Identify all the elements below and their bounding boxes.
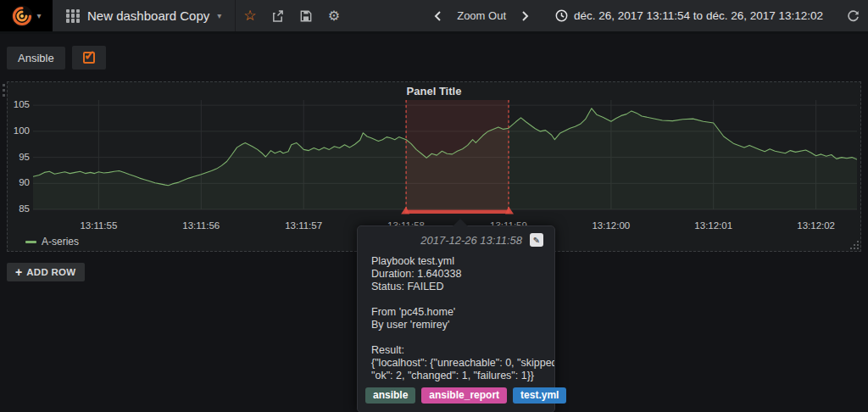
grafana-menu-button[interactable]: ▾ xyxy=(0,0,53,31)
panel-title[interactable]: Panel Title xyxy=(8,85,860,97)
chevron-left-icon xyxy=(434,11,441,21)
y-axis-tick-label: 85 xyxy=(8,203,30,214)
tag-ansible: ansible xyxy=(365,387,415,404)
chevron-down-icon: ▾ xyxy=(36,12,41,20)
tag-test-yml: test.yml xyxy=(513,387,566,404)
annotation-text-line: From 'pc45.home' xyxy=(358,306,554,319)
zoom-out-button[interactable]: Zoom Out xyxy=(448,9,515,22)
pencil-icon: ✎ xyxy=(533,236,540,245)
annotation-toggle-checkbox[interactable]: ✓ xyxy=(72,46,106,70)
time-range-picker[interactable]: déc. 26, 2017 13:11:54 to déc. 26, 2017 … xyxy=(555,9,823,22)
annotation-text-line: "ok": 2, "changed": 1, "failures": 1}} xyxy=(358,370,554,382)
save-icon xyxy=(300,10,312,22)
annotation-tags: ansible ansible_report test.yml xyxy=(358,382,554,404)
save-dashboard-button[interactable] xyxy=(292,0,320,31)
chevron-right-icon xyxy=(522,11,529,21)
edit-annotation-button[interactable]: ✎ xyxy=(530,233,543,247)
time-shift-right-button[interactable] xyxy=(518,6,533,26)
dashboard-picker-button[interactable]: New dashboard Copy ▾ xyxy=(53,0,236,31)
submenu-row: Ansible ✓ xyxy=(0,36,868,79)
clock-icon xyxy=(555,9,568,22)
add-row-label: ADD ROW xyxy=(26,267,75,277)
annotation-text-line: Result: xyxy=(358,344,554,357)
legend-color-swatch xyxy=(25,241,36,243)
y-axis-tick-label: 100 xyxy=(8,125,30,136)
annotation-text-line xyxy=(358,331,554,344)
top-navbar: ▾ New dashboard Copy ▾ ☆ ⚙ xyxy=(0,0,868,34)
annotation-toggle-label: Ansible xyxy=(7,47,65,70)
annotation-text-line xyxy=(358,293,554,306)
dashboard-settings-button[interactable]: ⚙ xyxy=(320,0,348,31)
y-axis-tick-label: 105 xyxy=(8,99,30,109)
star-dashboard-button[interactable]: ☆ xyxy=(236,0,264,31)
share-icon xyxy=(271,9,284,22)
chevron-down-icon: ▾ xyxy=(217,12,221,20)
time-shift-left-button[interactable] xyxy=(430,6,445,26)
y-axis-tick-label: 90 xyxy=(8,177,30,187)
x-axis-tick-label: 13:11:57 xyxy=(274,220,333,231)
annotation-text-line: Duration: 1.640338 xyxy=(358,268,554,281)
dashboard-grid-icon xyxy=(66,9,80,23)
refresh-icon xyxy=(847,9,860,22)
x-axis-tick-label: 13:12:00 xyxy=(581,220,641,231)
annotation-text-line: Status: FAILED xyxy=(358,281,554,293)
annotation-timestamp: 2017-12-26 13:11:58 xyxy=(420,234,522,247)
dashboard-title: New dashboard Copy xyxy=(87,8,209,23)
tag-ansible-report: ansible_report xyxy=(421,387,507,404)
refresh-button[interactable] xyxy=(847,9,860,22)
legend-item-a-series[interactable]: A-series xyxy=(25,236,79,248)
x-axis-tick-label: 13:12:02 xyxy=(787,220,846,231)
legend-label: A-series xyxy=(42,236,79,248)
tooltip-arrow xyxy=(453,219,468,226)
annotation-text-line: {"localhost": {"unreachable": 0, "skippe… xyxy=(358,357,554,370)
time-range-text: déc. 26, 2017 13:11:54 to déc. 26, 2017 … xyxy=(574,9,823,22)
annotation-text-line: By user 'remirey' xyxy=(358,319,554,331)
plus-icon: + xyxy=(15,265,22,279)
panel-resize-handle[interactable] xyxy=(850,241,859,249)
annotation-tooltip: 2017-12-26 13:11:58 ✎ Playbook test.yml … xyxy=(357,225,555,412)
add-row-button[interactable]: + ADD ROW xyxy=(7,263,85,281)
gear-icon: ⚙ xyxy=(328,8,340,24)
star-icon: ☆ xyxy=(243,7,256,25)
x-axis-tick-label: 13:12:01 xyxy=(684,220,743,231)
time-series-chart xyxy=(33,100,857,219)
check-icon: ✓ xyxy=(84,47,95,64)
x-axis-tick-label: 13:11:56 xyxy=(171,220,231,231)
grafana-logo-icon xyxy=(11,5,33,27)
row-drag-handle[interactable] xyxy=(1,81,6,102)
x-axis-tick-label: 13:11:55 xyxy=(69,220,128,231)
y-axis-tick-label: 95 xyxy=(8,152,30,162)
share-dashboard-button[interactable] xyxy=(264,0,292,31)
annotation-text-line: Playbook test.yml xyxy=(358,255,554,268)
